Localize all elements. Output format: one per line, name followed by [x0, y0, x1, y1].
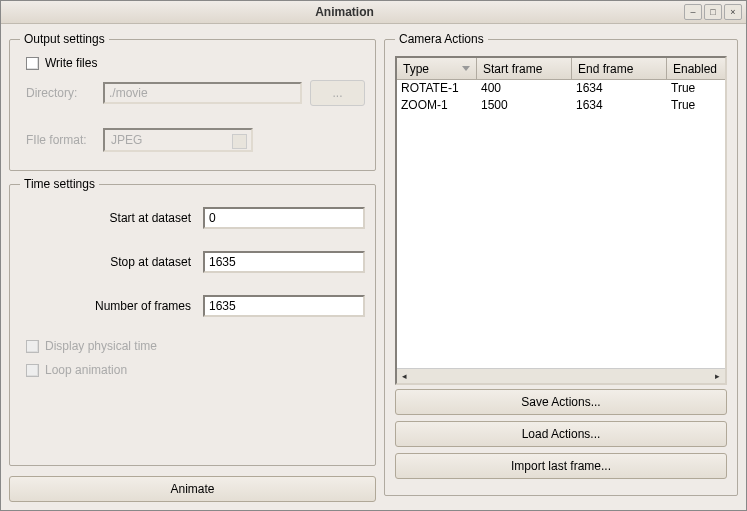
- camera-actions-legend: Camera Actions: [395, 32, 488, 46]
- file-format-select: JPEG: [103, 128, 253, 152]
- cell-enabled: True: [667, 97, 725, 114]
- titlebar: Animation – □ ×: [1, 1, 746, 24]
- scroll-right-icon[interactable]: ▸: [710, 369, 725, 384]
- time-settings-legend: Time settings: [20, 177, 99, 191]
- close-button[interactable]: ×: [724, 4, 742, 20]
- cell-start: 1500: [477, 97, 572, 114]
- import-last-frame-button[interactable]: Import last frame...: [395, 453, 727, 479]
- file-format-row: FIle format: JPEG: [20, 128, 365, 152]
- save-actions-button[interactable]: Save Actions...: [395, 389, 727, 415]
- cell-start: 400: [477, 80, 572, 97]
- stop-dataset-row: Stop at dataset: [20, 251, 365, 273]
- browse-button: ...: [310, 80, 365, 106]
- col-start-header[interactable]: Start frame: [477, 58, 572, 79]
- content-area: Output settings Write files Directory: .…: [1, 24, 746, 510]
- write-files-label: Write files: [45, 56, 97, 70]
- stop-dataset-input[interactable]: [203, 251, 365, 273]
- directory-row: Directory: ...: [20, 80, 365, 106]
- start-dataset-label: Start at dataset: [20, 211, 195, 225]
- start-dataset-row: Start at dataset: [20, 207, 365, 229]
- load-actions-button[interactable]: Load Actions...: [395, 421, 727, 447]
- write-files-row: Write files: [20, 56, 365, 70]
- write-files-checkbox[interactable]: [26, 57, 39, 70]
- frames-row: Number of frames: [20, 295, 365, 317]
- cell-type: ROTATE-1: [397, 80, 477, 97]
- camera-actions-group: Camera Actions Type Start frame End fram…: [384, 32, 738, 496]
- stop-dataset-label: Stop at dataset: [20, 255, 195, 269]
- display-physical-label: Display physical time: [45, 339, 157, 353]
- sort-indicator-icon: [462, 66, 470, 71]
- horizontal-scrollbar[interactable]: ◂ ▸: [397, 368, 725, 383]
- cell-enabled: True: [667, 80, 725, 97]
- start-dataset-input[interactable]: [203, 207, 365, 229]
- frames-label: Number of frames: [20, 299, 195, 313]
- display-physical-checkbox: [26, 340, 39, 353]
- output-settings-group: Output settings Write files Directory: .…: [9, 32, 376, 171]
- maximize-button[interactable]: □: [704, 4, 722, 20]
- animation-window: Animation – □ × Output settings Write fi…: [0, 0, 747, 511]
- minimize-button[interactable]: –: [684, 4, 702, 20]
- loop-row: Loop animation: [20, 363, 365, 377]
- table-body[interactable]: ROTATE-1 400 1634 True ZOOM-1 1500 1634 …: [397, 80, 725, 368]
- right-column: Camera Actions Type Start frame End fram…: [384, 32, 738, 502]
- output-settings-legend: Output settings: [20, 32, 109, 46]
- directory-label: Directory:: [20, 86, 95, 100]
- cell-end: 1634: [572, 80, 667, 97]
- cell-end: 1634: [572, 97, 667, 114]
- col-type-header[interactable]: Type: [397, 58, 477, 79]
- file-format-label: FIle format:: [20, 133, 95, 147]
- col-end-header[interactable]: End frame: [572, 58, 667, 79]
- loop-label: Loop animation: [45, 363, 127, 377]
- time-settings-group: Time settings Start at dataset Stop at d…: [9, 177, 376, 466]
- directory-input: [103, 82, 302, 104]
- frames-input[interactable]: [203, 295, 365, 317]
- actions-table: Type Start frame End frame Enabled ROTAT…: [395, 56, 727, 385]
- cell-type: ZOOM-1: [397, 97, 477, 114]
- animate-button[interactable]: Animate: [9, 476, 376, 502]
- display-physical-row: Display physical time: [20, 339, 365, 353]
- window-title: Animation: [5, 5, 684, 19]
- scroll-left-icon[interactable]: ◂: [397, 369, 412, 384]
- window-controls: – □ ×: [684, 4, 742, 20]
- loop-checkbox: [26, 364, 39, 377]
- table-row[interactable]: ROTATE-1 400 1634 True: [397, 80, 725, 97]
- file-format-value: JPEG: [111, 133, 142, 147]
- table-header: Type Start frame End frame Enabled: [397, 58, 725, 80]
- left-column: Output settings Write files Directory: .…: [9, 32, 376, 502]
- col-enabled-header[interactable]: Enabled: [667, 58, 725, 79]
- table-row[interactable]: ZOOM-1 1500 1634 True: [397, 97, 725, 114]
- col-type-label: Type: [403, 62, 429, 76]
